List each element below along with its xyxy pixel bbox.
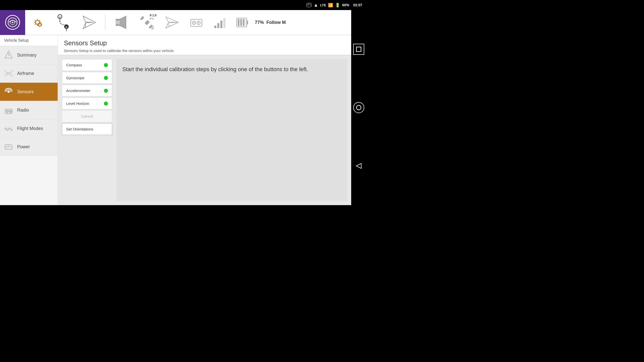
circle-button[interactable]: [353, 102, 364, 113]
gyroscope-label: Gyroscope: [66, 76, 85, 80]
toolbar-satellite[interactable]: 9 1.0: [135, 12, 158, 33]
calibration-instruction: Start the individual calibration steps b…: [122, 65, 341, 73]
sidebar-item-summary[interactable]: Summary: [0, 46, 58, 64]
svg-rect-30: [214, 26, 216, 28]
svg-point-44: [11, 70, 13, 72]
svg-line-50: [10, 74, 11, 74]
lte-label: LTE: [320, 3, 326, 7]
radio-label: Radio: [17, 108, 29, 113]
toolbar-signal[interactable]: [210, 14, 230, 31]
svg-rect-60: [356, 47, 361, 52]
svg-rect-32: [220, 21, 222, 28]
svg-rect-39: [245, 19, 246, 26]
toolbar-items: A B: [25, 12, 351, 33]
page-description: Sensors Setup is used to calibrate the s…: [64, 49, 345, 53]
gyroscope-button[interactable]: Gyroscope: [62, 72, 112, 84]
svg-marker-12: [83, 16, 96, 29]
battery-toolbar-value: 77%: [255, 20, 264, 25]
svg-point-3: [12, 22, 13, 23]
toolbar: A B: [0, 10, 351, 35]
main-area: Vehicle Setup Summary: [0, 35, 351, 205]
accelerometer-button[interactable]: Accelerometer: [62, 85, 112, 97]
svg-text:B: B: [66, 26, 67, 28]
content-header: Sensors Setup Sensors Setup is used to c…: [58, 35, 351, 55]
status-bar: 📳 ▲ LTE 📶 🔋 60% 02:07: [0, 0, 366, 10]
clock: 02:07: [353, 3, 362, 7]
content-area: Sensors Setup Sensors Setup is used to c…: [58, 35, 351, 205]
battery-status: 60%: [342, 3, 349, 7]
sidebar-item-power[interactable]: Power: [0, 138, 58, 156]
summary-label: Summary: [17, 53, 36, 58]
svg-point-42: [8, 72, 10, 74]
follow-label[interactable]: Follow M: [266, 20, 286, 25]
power-label: Power: [17, 144, 30, 150]
compass-button[interactable]: Compass: [62, 59, 112, 71]
content-body: Compass Gyroscope Accelerometer Level Ho…: [58, 55, 351, 205]
calibration-info: Start the individual calibration steps b…: [116, 59, 347, 201]
sensors-icon: [4, 87, 13, 96]
sensors-label: Sensors: [17, 89, 34, 95]
level-horizon-status: [104, 102, 108, 106]
power-icon: [4, 142, 13, 151]
toolbar-send[interactable]: [77, 12, 101, 33]
radio-icon: [4, 106, 13, 115]
calibration-buttons: Compass Gyroscope Accelerometer Level Ho…: [62, 59, 112, 201]
system-buttons: [351, 10, 366, 205]
svg-marker-62: [356, 163, 361, 168]
svg-rect-35: [247, 21, 248, 24]
toolbar-megaphone[interactable]: [109, 12, 133, 33]
vibrate-icon: 📳: [306, 2, 312, 8]
svg-line-48: [10, 72, 11, 73]
svg-rect-31: [217, 23, 219, 28]
svg-point-51: [8, 91, 10, 93]
toolbar-divider-1: [105, 15, 105, 30]
svg-rect-36: [238, 19, 239, 26]
set-orientations-button[interactable]: Set Orientations: [62, 123, 112, 135]
sidebar-item-flight-modes[interactable]: Flight Modes: [0, 119, 58, 138]
svg-point-45: [5, 74, 7, 76]
svg-rect-37: [240, 19, 242, 26]
svg-rect-16: [145, 20, 149, 25]
svg-rect-15: [116, 21, 120, 24]
svg-point-46: [11, 74, 13, 76]
airframe-label: Airframe: [17, 71, 34, 76]
toolbar-fly[interactable]: [160, 12, 183, 33]
svg-rect-38: [243, 19, 245, 26]
sidebar-item-airframe[interactable]: Airframe: [0, 64, 58, 83]
flight-modes-icon: [4, 124, 13, 133]
sidebar-item-radio[interactable]: Radio: [0, 101, 58, 119]
svg-rect-33: [223, 18, 225, 28]
svg-line-47: [7, 72, 8, 73]
back-button[interactable]: [353, 160, 364, 171]
accelerometer-label: Accelerometer: [66, 88, 91, 93]
satellite-badge: 9 1.0: [150, 14, 156, 17]
toolbar-route[interactable]: A B: [51, 12, 75, 33]
compass-status: [104, 63, 108, 67]
svg-marker-21: [166, 17, 178, 28]
battery-icon: 🔋: [335, 3, 340, 8]
app-icon[interactable]: [0, 10, 25, 35]
svg-line-49: [7, 74, 8, 74]
svg-point-61: [356, 105, 361, 110]
sidebar: Vehicle Setup Summary: [0, 35, 58, 205]
sidebar-item-sensors[interactable]: Sensors: [0, 83, 58, 101]
toolbar-battery[interactable]: [232, 14, 252, 31]
sidebar-header: Vehicle Setup: [0, 35, 58, 46]
gyroscope-status: [104, 76, 108, 80]
compass-label: Compass: [66, 63, 82, 67]
svg-point-43: [5, 70, 7, 72]
airframe-icon: [4, 69, 13, 78]
toolbar-rc[interactable]: [185, 12, 208, 33]
toolbar-settings[interactable]: [28, 13, 49, 32]
accelerometer-status: [104, 89, 108, 93]
square-button[interactable]: [353, 44, 364, 55]
cancel-button-disabled: Cancel: [62, 110, 112, 122]
svg-text:A: A: [59, 16, 61, 18]
level-horizon-label: Level Horizon: [66, 101, 89, 106]
wifi-icon: ▲: [314, 3, 318, 8]
svg-rect-59: [5, 145, 12, 149]
summary-icon: [4, 51, 13, 60]
page-title: Sensors Setup: [64, 39, 345, 47]
level-horizon-button[interactable]: Level Horizon: [62, 98, 112, 109]
signal-icon: 📶: [328, 3, 333, 8]
